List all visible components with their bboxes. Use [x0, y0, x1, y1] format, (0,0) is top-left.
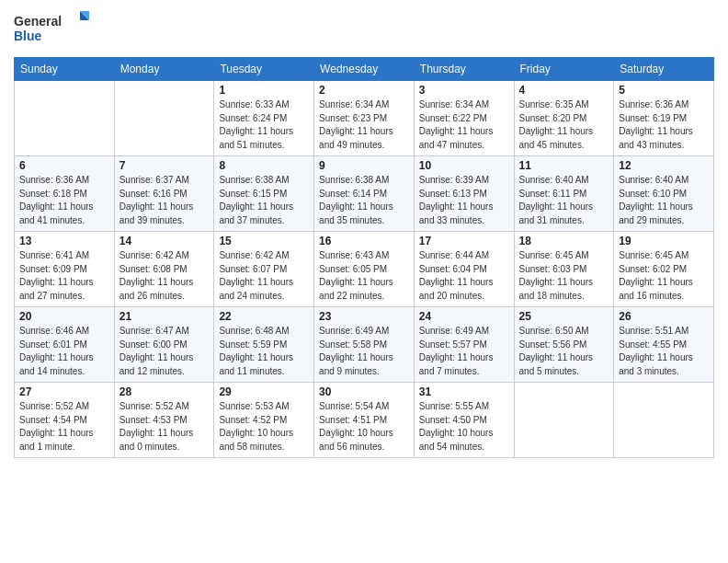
day-number: 20	[19, 310, 109, 323]
day-number: 17	[419, 235, 509, 247]
calendar-cell: 26Sunrise: 5:51 AM Sunset: 4:55 PM Dayli…	[614, 307, 714, 383]
day-number: 6	[19, 159, 109, 172]
calendar-cell: 29Sunrise: 5:53 AM Sunset: 4:52 PM Dayli…	[214, 383, 314, 458]
calendar-cell	[514, 383, 614, 458]
day-info: Sunrise: 6:35 AM Sunset: 6:20 PM Dayligh…	[519, 98, 609, 152]
day-info: Sunrise: 6:48 AM Sunset: 5:59 PM Dayligh…	[219, 325, 309, 378]
day-number: 2	[319, 84, 409, 97]
svg-text:General: General	[14, 14, 62, 29]
day-number: 22	[219, 310, 309, 323]
calendar-page: General Blue SundayMondayTuesdayWednesda…	[0, 0, 728, 563]
day-number: 18	[519, 235, 609, 247]
day-number: 10	[419, 159, 509, 172]
day-info: Sunrise: 6:39 AM Sunset: 6:13 PM Dayligh…	[419, 174, 509, 227]
day-number: 11	[519, 159, 609, 172]
weekday-header-wednesday: Wednesday	[314, 58, 415, 81]
week-row-4: 20Sunrise: 6:46 AM Sunset: 6:01 PM Dayli…	[15, 307, 714, 383]
calendar-cell: 12Sunrise: 6:40 AM Sunset: 6:10 PM Dayli…	[614, 156, 714, 232]
day-number: 1	[219, 84, 309, 97]
day-info: Sunrise: 6:42 AM Sunset: 6:08 PM Dayligh…	[119, 249, 210, 303]
calendar-cell: 13Sunrise: 6:41 AM Sunset: 6:09 PM Dayli…	[15, 232, 115, 307]
day-info: Sunrise: 6:40 AM Sunset: 6:11 PM Dayligh…	[519, 174, 609, 227]
week-row-3: 13Sunrise: 6:41 AM Sunset: 6:09 PM Dayli…	[15, 232, 714, 307]
day-info: Sunrise: 5:53 AM Sunset: 4:52 PM Dayligh…	[219, 400, 309, 454]
calendar-cell: 15Sunrise: 6:42 AM Sunset: 6:07 PM Dayli…	[214, 232, 314, 307]
day-info: Sunrise: 6:33 AM Sunset: 6:24 PM Dayligh…	[219, 98, 309, 152]
day-info: Sunrise: 6:44 AM Sunset: 6:04 PM Dayligh…	[419, 249, 509, 303]
calendar-cell: 10Sunrise: 6:39 AM Sunset: 6:13 PM Dayli…	[414, 156, 514, 232]
day-info: Sunrise: 6:49 AM Sunset: 5:57 PM Dayligh…	[419, 325, 509, 378]
calendar-cell: 2Sunrise: 6:34 AM Sunset: 6:23 PM Daylig…	[314, 81, 415, 156]
day-info: Sunrise: 6:34 AM Sunset: 6:23 PM Dayligh…	[319, 98, 409, 152]
week-row-1: 1Sunrise: 6:33 AM Sunset: 6:24 PM Daylig…	[15, 81, 714, 156]
calendar-cell: 1Sunrise: 6:33 AM Sunset: 6:24 PM Daylig…	[214, 81, 314, 156]
header: General Blue	[14, 9, 714, 50]
calendar-cell: 17Sunrise: 6:44 AM Sunset: 6:04 PM Dayli…	[414, 232, 514, 307]
calendar-cell: 21Sunrise: 6:47 AM Sunset: 6:00 PM Dayli…	[114, 307, 214, 383]
day-number: 5	[619, 84, 709, 97]
svg-text:Blue: Blue	[14, 29, 42, 43]
weekday-header-friday: Friday	[514, 58, 614, 81]
calendar-cell: 20Sunrise: 6:46 AM Sunset: 6:01 PM Dayli…	[15, 307, 115, 383]
calendar-cell: 28Sunrise: 5:52 AM Sunset: 4:53 PM Dayli…	[114, 383, 214, 458]
calendar-cell: 27Sunrise: 5:52 AM Sunset: 4:54 PM Dayli…	[15, 383, 115, 458]
day-number: 24	[419, 310, 509, 323]
day-number: 8	[219, 159, 309, 172]
day-number: 4	[519, 84, 609, 97]
day-info: Sunrise: 5:52 AM Sunset: 4:53 PM Dayligh…	[119, 400, 210, 454]
calendar-cell: 18Sunrise: 6:45 AM Sunset: 6:03 PM Dayli…	[514, 232, 614, 307]
logo-svg: General Blue	[14, 9, 97, 50]
calendar-cell: 16Sunrise: 6:43 AM Sunset: 6:05 PM Dayli…	[314, 232, 415, 307]
day-number: 12	[619, 159, 709, 172]
day-info: Sunrise: 5:51 AM Sunset: 4:55 PM Dayligh…	[619, 325, 709, 378]
calendar-cell: 5Sunrise: 6:36 AM Sunset: 6:19 PM Daylig…	[614, 81, 714, 156]
calendar-table: SundayMondayTuesdayWednesdayThursdayFrid…	[14, 57, 714, 458]
day-number: 28	[119, 385, 210, 398]
day-number: 29	[219, 385, 309, 398]
day-number: 21	[119, 310, 210, 323]
calendar-cell: 11Sunrise: 6:40 AM Sunset: 6:11 PM Dayli…	[514, 156, 614, 232]
day-number: 30	[319, 385, 409, 398]
day-info: Sunrise: 6:38 AM Sunset: 6:14 PM Dayligh…	[319, 174, 409, 227]
day-number: 16	[319, 235, 409, 247]
weekday-header-saturday: Saturday	[614, 58, 714, 81]
calendar-cell: 14Sunrise: 6:42 AM Sunset: 6:08 PM Dayli…	[114, 232, 214, 307]
day-number: 13	[19, 235, 109, 247]
day-number: 3	[419, 84, 509, 97]
day-info: Sunrise: 5:52 AM Sunset: 4:54 PM Dayligh…	[19, 400, 109, 454]
day-info: Sunrise: 6:50 AM Sunset: 5:56 PM Dayligh…	[519, 325, 609, 378]
calendar-cell: 19Sunrise: 6:45 AM Sunset: 6:02 PM Dayli…	[614, 232, 714, 307]
day-number: 31	[419, 385, 509, 398]
day-info: Sunrise: 6:36 AM Sunset: 6:18 PM Dayligh…	[19, 174, 109, 227]
day-info: Sunrise: 6:37 AM Sunset: 6:16 PM Dayligh…	[119, 174, 210, 227]
calendar-cell: 31Sunrise: 5:55 AM Sunset: 4:50 PM Dayli…	[414, 383, 514, 458]
day-number: 19	[619, 235, 709, 247]
day-number: 7	[119, 159, 210, 172]
calendar-cell: 4Sunrise: 6:35 AM Sunset: 6:20 PM Daylig…	[514, 81, 614, 156]
day-info: Sunrise: 6:47 AM Sunset: 6:00 PM Dayligh…	[119, 325, 210, 378]
week-row-5: 27Sunrise: 5:52 AM Sunset: 4:54 PM Dayli…	[15, 383, 714, 458]
day-info: Sunrise: 6:46 AM Sunset: 6:01 PM Dayligh…	[19, 325, 109, 378]
day-number: 9	[319, 159, 409, 172]
day-info: Sunrise: 6:45 AM Sunset: 6:02 PM Dayligh…	[619, 249, 709, 303]
logo: General Blue	[14, 9, 97, 50]
calendar-cell: 22Sunrise: 6:48 AM Sunset: 5:59 PM Dayli…	[214, 307, 314, 383]
calendar-cell	[614, 383, 714, 458]
day-number: 23	[319, 310, 409, 323]
day-info: Sunrise: 6:38 AM Sunset: 6:15 PM Dayligh…	[219, 174, 309, 227]
calendar-cell: 6Sunrise: 6:36 AM Sunset: 6:18 PM Daylig…	[15, 156, 115, 232]
day-number: 14	[119, 235, 210, 247]
calendar-cell: 25Sunrise: 6:50 AM Sunset: 5:56 PM Dayli…	[514, 307, 614, 383]
day-info: Sunrise: 6:40 AM Sunset: 6:10 PM Dayligh…	[619, 174, 709, 227]
day-info: Sunrise: 6:41 AM Sunset: 6:09 PM Dayligh…	[19, 249, 109, 303]
weekday-header-sunday: Sunday	[15, 58, 115, 81]
day-info: Sunrise: 6:43 AM Sunset: 6:05 PM Dayligh…	[319, 249, 409, 303]
day-number: 15	[219, 235, 309, 247]
day-info: Sunrise: 6:36 AM Sunset: 6:19 PM Dayligh…	[619, 98, 709, 152]
day-info: Sunrise: 5:55 AM Sunset: 4:50 PM Dayligh…	[419, 400, 509, 454]
day-info: Sunrise: 6:49 AM Sunset: 5:58 PM Dayligh…	[319, 325, 409, 378]
calendar-cell: 8Sunrise: 6:38 AM Sunset: 6:15 PM Daylig…	[214, 156, 314, 232]
calendar-cell: 30Sunrise: 5:54 AM Sunset: 4:51 PM Dayli…	[314, 383, 415, 458]
day-number: 25	[519, 310, 609, 323]
calendar-cell: 23Sunrise: 6:49 AM Sunset: 5:58 PM Dayli…	[314, 307, 415, 383]
